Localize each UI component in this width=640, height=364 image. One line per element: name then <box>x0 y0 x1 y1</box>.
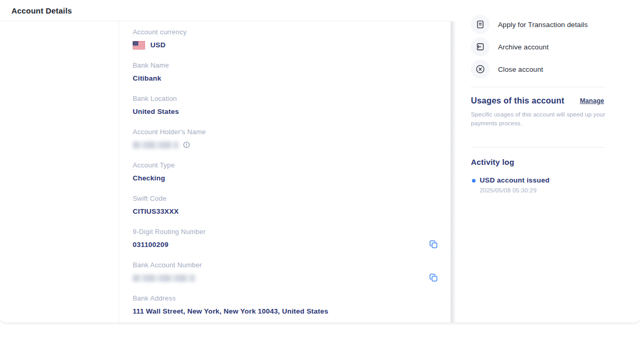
field-label: Account Type <box>133 161 451 169</box>
field-value-text: USD <box>150 41 165 49</box>
copy-icon <box>428 239 439 250</box>
field-label: Bank Account Number <box>133 261 451 269</box>
right-sidebar: Apply for Transaction detailsArchive acc… <box>451 0 640 322</box>
usages-description: Specific usages of this account will spe… <box>471 110 612 128</box>
action-close-account[interactable]: Close account <box>471 60 619 79</box>
field-value: Checking <box>133 174 451 183</box>
field-value-text: Checking <box>133 174 165 182</box>
field-value-text: 111 Wall Street, New York, New York 1004… <box>133 307 328 315</box>
usages-title: Usages of this account <box>471 96 565 106</box>
us-flag-icon <box>133 41 145 49</box>
activity-log-title: Activity log <box>471 158 514 166</box>
field-value: CITIUS33XXX <box>133 207 451 216</box>
field-account-holder-s-name: Account Holder's Name <box>133 128 451 161</box>
field-label: Swift Code <box>133 194 451 202</box>
field-value: USD <box>133 41 451 49</box>
field-bank-account-number: Bank Account Number <box>133 261 451 294</box>
account-fields: Account currencyUSDBank NameCitibankBank… <box>119 21 451 322</box>
field-bank-name: Bank NameCitibank <box>133 61 451 95</box>
action-icon-circle <box>471 37 490 56</box>
field-value-text: Citibank <box>133 74 161 82</box>
action-archive-account[interactable]: Archive account <box>471 37 619 56</box>
action-icon-circle <box>471 60 490 79</box>
field-swift-code: Swift CodeCITIUS33XXX <box>133 194 451 228</box>
field-account-type: Account TypeChecking <box>133 161 451 194</box>
field-value <box>133 274 451 282</box>
field-value: United States <box>133 107 451 116</box>
action-label: Close account <box>498 66 543 73</box>
redacted-value <box>133 275 195 282</box>
page-title: Account Details <box>11 6 72 15</box>
field-9-digit-routing-number: 9-Digit Routing Number031100209 <box>133 228 451 261</box>
page-header: Account Details <box>0 0 451 21</box>
field-bank-address: Bank Address111 Wall Street, New York, N… <box>133 294 451 328</box>
field-value: 111 Wall Street, New York, New York 1004… <box>133 307 451 316</box>
archive-icon <box>475 42 485 52</box>
field-label: Account currency <box>133 28 451 36</box>
field-label: Bank Address <box>133 294 451 302</box>
action-icon-circle <box>471 15 490 34</box>
field-value-text: United States <box>133 108 179 115</box>
activity-bullet-icon <box>472 179 476 183</box>
info-icon[interactable] <box>183 141 190 149</box>
manage-link[interactable]: Manage <box>580 97 604 105</box>
field-value: 031100209 <box>133 240 451 249</box>
transaction-details-icon <box>475 19 485 30</box>
action-apply-for-transaction-details[interactable]: Apply for Transaction details <box>471 15 619 34</box>
field-label: Bank Name <box>133 61 451 69</box>
field-label: Account Holder's Name <box>133 128 451 136</box>
activity-entry-timestamp: 2025/05/08 05:30:29 <box>471 187 619 193</box>
account-details-page: Account Details Account currencyUSDBank … <box>0 0 640 364</box>
field-value-text: CITIUS33XXX <box>133 207 178 215</box>
action-label: Archive account <box>498 43 549 51</box>
divider <box>471 147 604 148</box>
field-label: 9-Digit Routing Number <box>133 228 451 236</box>
activity-entry-title: USD account issued <box>471 176 619 184</box>
copy-button[interactable] <box>428 239 439 250</box>
close-circle-icon <box>475 64 485 74</box>
field-value <box>133 140 451 149</box>
activity-entry: USD account issued2025/05/08 05:30:29 <box>471 176 619 193</box>
field-bank-location: Bank LocationUnited States <box>133 95 451 128</box>
field-value: Citibank <box>133 74 451 83</box>
main-panel: Account Details Account currencyUSDBank … <box>0 0 640 322</box>
usages-header: Usages of this account Manage <box>471 96 604 106</box>
copy-button[interactable] <box>428 272 439 283</box>
field-value-text: 031100209 <box>133 241 169 249</box>
field-label: Bank Location <box>133 95 451 102</box>
action-label: Apply for Transaction details <box>498 21 588 29</box>
divider <box>471 87 604 87</box>
field-account-currency: Account currencyUSD <box>133 28 451 61</box>
redacted-value <box>133 141 178 149</box>
copy-icon <box>428 272 439 283</box>
